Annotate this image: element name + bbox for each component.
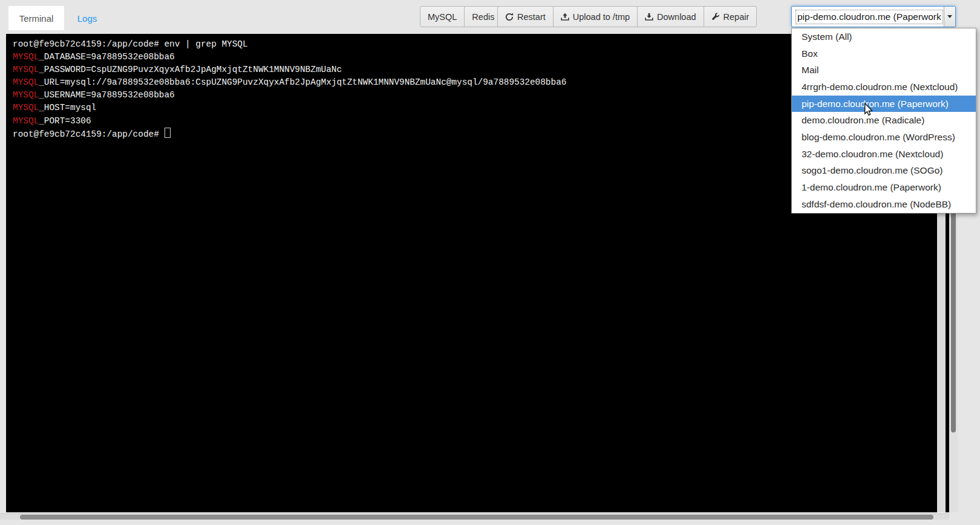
terminal-text: _PORT=3306	[39, 116, 91, 126]
dropdown-item[interactable]: blog-demo.cloudron.me (WordPress)	[792, 129, 976, 146]
terminal-text: _USERNAME=9a7889532e08bba6	[39, 90, 175, 100]
upload-button[interactable]: Upload to /tmp	[553, 6, 638, 27]
dropdown-item-label: blog-demo.cloudron.me (WordPress)	[802, 132, 955, 143]
dropdown-item-label: sdfdsf-demo.cloudron.me (NodeBB)	[802, 199, 951, 210]
button-label: Upload to /tmp	[573, 12, 630, 22]
dropdown-item[interactable]: 4rrgrh-demo.cloudron.me (Nextcloud)	[792, 79, 976, 96]
dropdown-item[interactable]: sdfdsf-demo.cloudron.me (NodeBB)	[792, 196, 976, 213]
dropdown-item-label: 4rrgrh-demo.cloudron.me (Nextcloud)	[802, 82, 958, 93]
tab-terminal[interactable]: Terminal	[8, 6, 64, 30]
mouse-cursor	[864, 103, 873, 116]
dropdown-item[interactable]: Box	[792, 45, 976, 62]
dropdown-item-label: 32-demo.cloudron.me (Nextcloud)	[802, 149, 943, 160]
button-label: Download	[657, 12, 696, 22]
dropdown-item[interactable]: sogo1-demo.cloudron.me (SOGo)	[792, 163, 976, 180]
terminal-text: root@fe9cb72c4159:/app/code# env | grep …	[13, 39, 248, 49]
dropdown-item[interactable]: System (All)	[792, 28, 976, 45]
app-select[interactable]: pip-demo.cloudron.me (Paperwork	[791, 6, 956, 27]
grep-match: MYSQL	[13, 52, 39, 62]
dropdown-item[interactable]: pip-demo.cloudron.me (Paperwork)	[792, 96, 976, 112]
chevron-down-icon	[947, 15, 952, 18]
dropdown-item-label: pip-demo.cloudron.me (Paperwork)	[802, 99, 949, 109]
terminal-cursor	[165, 128, 171, 138]
terminal-text: _PASSWORD=CspUZNG9PuvzXqyxAfb2JpAgMxjqtZ…	[39, 65, 342, 74]
button-label: Repair	[724, 12, 750, 22]
tab-terminal-label: Terminal	[19, 13, 54, 24]
button-label: Redis	[472, 12, 494, 22]
tab-logs[interactable]: Logs	[64, 6, 110, 30]
grep-match: MYSQL	[13, 77, 39, 87]
refresh-icon	[505, 13, 514, 21]
app-select-arrow-button[interactable]	[944, 7, 955, 27]
terminal-text: _URL=mysql://9a7889532e08bba6:CspUZNG9Pu…	[39, 77, 566, 87]
mysql-button[interactable]: MySQL	[420, 6, 465, 27]
dropdown-item[interactable]: demo.cloudron.me (Radicale)	[792, 112, 976, 129]
grep-match: MYSQL	[13, 90, 39, 100]
horizontal-scrollbar[interactable]	[0, 514, 949, 520]
repair-button[interactable]: Repair	[704, 6, 757, 27]
dropdown-item-label: System (All)	[802, 31, 852, 42]
terminal-text: root@fe9cb72c4159:/app/code#	[13, 129, 164, 139]
restart-button[interactable]: Restart	[497, 6, 554, 27]
download-icon	[645, 13, 653, 21]
dropdown-item-label: sogo1-demo.cloudron.me (SOGo)	[802, 165, 942, 176]
button-label: Restart	[517, 12, 546, 22]
dropdown-item[interactable]: 32-demo.cloudron.me (Nextcloud)	[792, 146, 976, 163]
app-select-value: pip-demo.cloudron.me (Paperwork	[796, 10, 942, 24]
grep-match: MYSQL	[13, 103, 39, 112]
dropdown-item-label: demo.cloudron.me (Radicale)	[802, 115, 924, 126]
dropdown-item-label: 1-demo.cloudron.me (Paperwork)	[802, 182, 941, 193]
tab-logs-label: Logs	[77, 13, 97, 24]
db-button-group: MySQLRedis	[420, 6, 502, 27]
app-select-dropdown: System (All)BoxMail4rrgrh-demo.cloudron.…	[791, 28, 976, 214]
terminal-text: _DATABASE=9a7889532e08bba6	[39, 52, 175, 62]
grep-match: MYSQL	[13, 65, 39, 74]
dropdown-item-label: Mail	[802, 65, 818, 76]
dropdown-item[interactable]: Mail	[792, 62, 976, 79]
action-button-group: RestartUpload to /tmpDownloadRepair	[497, 6, 757, 27]
terminal-text: _HOST=mysql	[39, 103, 96, 112]
wrench-icon	[711, 13, 720, 21]
redis-button[interactable]: Redis	[464, 6, 502, 27]
upload-icon	[561, 13, 569, 21]
button-label: MySQL	[428, 12, 457, 22]
grep-match: MYSQL	[13, 116, 39, 126]
download-button[interactable]: Download	[637, 6, 704, 27]
dropdown-item-label: Box	[802, 48, 818, 59]
dropdown-item[interactable]: 1-demo.cloudron.me (Paperwork)	[792, 179, 976, 196]
horizontal-scrollbar-thumb[interactable]	[20, 515, 933, 520]
